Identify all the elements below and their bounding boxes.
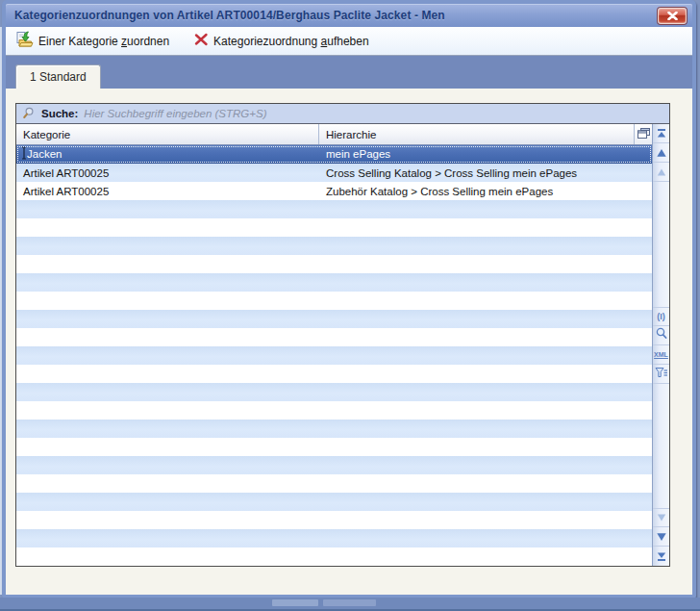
table-row-empty[interactable] bbox=[16, 529, 652, 547]
cell-kategorie bbox=[16, 438, 319, 456]
cell-kategorie bbox=[16, 401, 319, 420]
cell-kategorie: Jacken bbox=[16, 145, 319, 163]
cell-hierarchie bbox=[319, 365, 652, 383]
cell-kategorie bbox=[16, 456, 319, 474]
cell-kategorie bbox=[16, 255, 319, 273]
cell-kategorie bbox=[16, 346, 319, 365]
cell-kategorie: Artikel ART00025 bbox=[16, 182, 319, 200]
table-row-empty[interactable] bbox=[16, 474, 652, 493]
remove-assignment-button[interactable]: Kategoriezuordnung aufheben bbox=[194, 33, 369, 49]
cell-kategorie bbox=[16, 493, 319, 511]
cell-kategorie bbox=[16, 529, 319, 547]
search-icon bbox=[22, 107, 36, 121]
cell-hierarchie bbox=[319, 456, 652, 474]
table-row-empty[interactable] bbox=[16, 511, 652, 529]
grid-scroll-rail: (I) XML bbox=[652, 124, 669, 566]
scroll-up-page-button[interactable] bbox=[653, 163, 669, 182]
cell-kategorie bbox=[16, 273, 319, 292]
search-label: Suche: bbox=[41, 108, 78, 119]
cell-kategorie bbox=[16, 511, 319, 529]
toolbar: Einer Kategorie zuordnen Kategoriezuordn… bbox=[6, 27, 692, 56]
scroll-to-top-button[interactable] bbox=[653, 124, 669, 143]
background-window-bottom-strip bbox=[0, 598, 700, 611]
title-bar[interactable]: Kategorienzuordnungen von Artikel ART000… bbox=[6, 4, 692, 27]
table-row-empty[interactable] bbox=[16, 401, 652, 420]
cell-kategorie bbox=[16, 420, 319, 438]
window-title: Kategorienzuordnungen von Artikel ART000… bbox=[14, 9, 658, 22]
scroll-down-button[interactable] bbox=[653, 527, 669, 547]
table-row-empty[interactable] bbox=[16, 438, 652, 456]
tab-strip: 1 Standard bbox=[6, 56, 692, 89]
cell-hierarchie bbox=[319, 273, 652, 292]
close-icon bbox=[667, 7, 678, 24]
cell-hierarchie: Zubehör Katalog > Cross Selling mein ePa… bbox=[319, 182, 652, 200]
remove-assignment-icon bbox=[194, 33, 209, 49]
table-row-empty[interactable] bbox=[16, 237, 652, 255]
table-row[interactable]: Artikel ART00025 Zubehör Katalog > Cross… bbox=[16, 182, 652, 200]
tab-standard-label: 1 Standard bbox=[30, 70, 87, 84]
table-row-empty[interactable] bbox=[16, 292, 652, 310]
table-row-empty[interactable] bbox=[16, 218, 652, 237]
search-bar[interactable]: Suche: Hier Suchbegriff eingeben (STRG+S… bbox=[16, 104, 669, 124]
cell-hierarchie bbox=[319, 438, 652, 456]
cell-hierarchie bbox=[319, 511, 652, 529]
scroll-down-page-button[interactable] bbox=[653, 508, 669, 527]
close-button[interactable] bbox=[658, 8, 687, 24]
cell-hierarchie bbox=[319, 292, 652, 310]
search-placeholder: Hier Suchbegriff eingeben (STRG+S) bbox=[84, 108, 663, 119]
category-grid: Suche: Hier Suchbegriff eingeben (STRG+S… bbox=[15, 103, 670, 567]
table-row-empty[interactable] bbox=[16, 346, 652, 365]
scroll-to-bottom-button[interactable] bbox=[653, 547, 669, 566]
xml-export-button[interactable]: XML bbox=[653, 345, 669, 365]
table-row[interactable]: Jacken mein ePages bbox=[16, 145, 652, 164]
cell-kategorie bbox=[16, 237, 319, 255]
cell-hierarchie bbox=[319, 493, 652, 511]
table-row-empty[interactable] bbox=[16, 310, 652, 328]
cell-hierarchie bbox=[319, 346, 652, 365]
cell-hierarchie: mein ePages bbox=[319, 145, 652, 163]
table-row-empty[interactable] bbox=[16, 420, 652, 438]
table-header: Kategorie Hierarchie bbox=[16, 124, 652, 145]
cell-kategorie bbox=[16, 292, 319, 310]
cell-kategorie bbox=[16, 474, 319, 493]
table-row-empty[interactable] bbox=[16, 365, 652, 383]
table-row-empty[interactable] bbox=[16, 328, 652, 346]
remove-assignment-label: Kategoriezuordnung aufheben bbox=[213, 35, 369, 48]
cell-hierarchie: Cross Selling Katalog > Cross Selling me… bbox=[319, 164, 652, 182]
cell-hierarchie bbox=[319, 255, 652, 273]
scroll-up-button[interactable] bbox=[653, 143, 669, 163]
cell-hierarchie bbox=[319, 420, 652, 438]
column-chooser-icon bbox=[638, 128, 650, 140]
table-rows: Jacken mein ePages Artikel ART00025 Cros… bbox=[16, 145, 652, 566]
category-assignment-dialog: Kategorienzuordnungen von Artikel ART000… bbox=[2, 0, 696, 598]
table-row-empty[interactable] bbox=[16, 255, 652, 273]
filter-button[interactable] bbox=[653, 365, 669, 384]
cell-kategorie bbox=[16, 547, 319, 566]
tab-standard[interactable]: 1 Standard bbox=[15, 64, 101, 89]
background-scrollbar-segment bbox=[323, 599, 376, 606]
cell-hierarchie bbox=[319, 200, 652, 218]
column-header-hierarchie[interactable]: Hierarchie bbox=[319, 124, 634, 144]
column-chooser-button[interactable] bbox=[634, 124, 652, 144]
table-row-empty[interactable] bbox=[16, 493, 652, 511]
cell-kategorie bbox=[16, 310, 319, 328]
position-indicator-button[interactable]: (I) bbox=[653, 307, 669, 326]
table-row-empty[interactable] bbox=[16, 273, 652, 292]
cell-hierarchie bbox=[319, 474, 652, 493]
table-row-empty[interactable] bbox=[16, 200, 652, 218]
cell-hierarchie bbox=[319, 310, 652, 328]
table-row-empty[interactable] bbox=[16, 547, 652, 566]
background-scrollbar-segment bbox=[272, 599, 318, 606]
table-row-empty[interactable] bbox=[16, 383, 652, 401]
cell-kategorie bbox=[16, 200, 319, 218]
column-header-kategorie[interactable]: Kategorie bbox=[16, 124, 319, 144]
table-row[interactable]: Artikel ART00025 Cross Selling Katalog >… bbox=[16, 164, 652, 182]
cell-hierarchie bbox=[319, 401, 652, 420]
cell-kategorie bbox=[16, 365, 319, 383]
filter-icon bbox=[655, 365, 668, 382]
cell-hierarchie bbox=[319, 328, 652, 346]
cell-hierarchie bbox=[319, 237, 652, 255]
assign-category-button[interactable]: Einer Kategorie zuordnen bbox=[15, 31, 169, 51]
table-row-empty[interactable] bbox=[16, 456, 652, 474]
grid-search-button[interactable] bbox=[653, 326, 669, 345]
